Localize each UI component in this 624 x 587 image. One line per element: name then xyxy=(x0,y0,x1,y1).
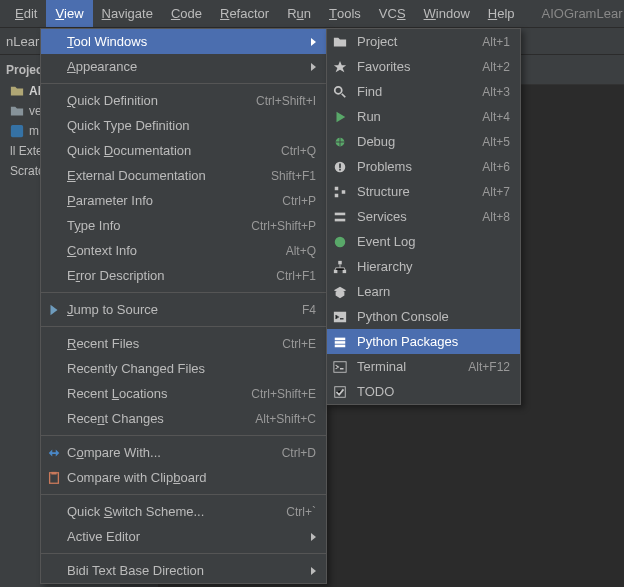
menu-edit[interactable]: Edit xyxy=(6,0,46,27)
menu-run[interactable]: Run xyxy=(278,0,320,27)
submenu-item-python-packages[interactable]: Python Packages xyxy=(327,329,520,354)
svg-rect-12 xyxy=(335,218,346,221)
submenu-item-event-log[interactable]: Event Log xyxy=(327,229,520,254)
hierarchy-icon xyxy=(332,259,348,275)
submenu-item-find[interactable]: FindAlt+3 xyxy=(327,79,520,104)
svg-rect-8 xyxy=(335,186,339,190)
tool-windows-submenu: ProjectAlt+1FavoritesAlt+2FindAlt+3RunAl… xyxy=(326,28,521,405)
svg-rect-19 xyxy=(335,341,346,344)
menu-refactor[interactable]: Refactor xyxy=(211,0,278,27)
svg-rect-0 xyxy=(11,125,23,137)
menu-item-quick-definition[interactable]: Quick DefinitionCtrl+Shift+I xyxy=(41,88,326,113)
svg-point-13 xyxy=(335,236,346,247)
folder-icon xyxy=(10,104,24,118)
menu-item-quick-type-definition[interactable]: Quick Type Definition xyxy=(41,113,326,138)
breadcrumb[interactable]: nLearr xyxy=(6,34,44,49)
menu-item-type-info[interactable]: Type InfoCtrl+Shift+P xyxy=(41,213,326,238)
problems-icon xyxy=(332,159,348,175)
debug-icon xyxy=(332,134,348,150)
window-title: AIOGramLear xyxy=(542,6,623,21)
menu-item-context-info[interactable]: Context InfoAlt+Q xyxy=(41,238,326,263)
menu-navigate[interactable]: Navigate xyxy=(93,0,162,27)
submenu-item-project[interactable]: ProjectAlt+1 xyxy=(327,29,520,54)
menu-view[interactable]: View xyxy=(46,0,92,27)
menu-item-error-description[interactable]: Error DescriptionCtrl+F1 xyxy=(41,263,326,288)
menu-tools[interactable]: Tools xyxy=(320,0,370,27)
menu-vcs[interactable]: VCS xyxy=(370,0,415,27)
submenu-item-learn[interactable]: Learn xyxy=(327,279,520,304)
submenu-item-problems[interactable]: ProblemsAlt+6 xyxy=(327,154,520,179)
menu-item-parameter-info[interactable]: Parameter InfoCtrl+P xyxy=(41,188,326,213)
submenu-item-services[interactable]: ServicesAlt+8 xyxy=(327,204,520,229)
submenu-item-favorites[interactable]: FavoritesAlt+2 xyxy=(327,54,520,79)
menu-item-external-documentation[interactable]: External DocumentationShift+F1 xyxy=(41,163,326,188)
submenu-item-todo[interactable]: TODO xyxy=(327,379,520,404)
submenu-item-python-console[interactable]: Python Console xyxy=(327,304,520,329)
menu-item-tool-windows[interactable]: Tool Windows xyxy=(41,29,326,54)
svg-rect-2 xyxy=(51,471,56,474)
services-icon xyxy=(332,209,348,225)
svg-point-3 xyxy=(335,86,342,93)
star-icon xyxy=(332,59,348,75)
menu-item-jump-to-source[interactable]: Jump to SourceF4 xyxy=(41,297,326,322)
svg-rect-6 xyxy=(339,163,341,167)
menu-window[interactable]: Window xyxy=(415,0,479,27)
svg-rect-16 xyxy=(343,269,347,273)
submenu-item-terminal[interactable]: TerminalAlt+F12 xyxy=(327,354,520,379)
structure-icon xyxy=(332,184,348,200)
clipboard-icon xyxy=(46,470,62,486)
submenu-item-run[interactable]: RunAlt+4 xyxy=(327,104,520,129)
compare-icon xyxy=(46,445,62,461)
menu-code[interactable]: Code xyxy=(162,0,211,27)
menu-item-quick-documentation[interactable]: Quick DocumentationCtrl+Q xyxy=(41,138,326,163)
menu-item-recent-files[interactable]: Recent FilesCtrl+E xyxy=(41,331,326,356)
submenu-item-debug[interactable]: DebugAlt+5 xyxy=(327,129,520,154)
svg-rect-20 xyxy=(335,344,346,347)
learn-icon xyxy=(332,284,348,300)
menu-item-quick-switch-scheme-[interactable]: Quick Switch Scheme...Ctrl+` xyxy=(41,499,326,524)
menu-item-compare-with-[interactable]: Compare With...Ctrl+D xyxy=(41,440,326,465)
pyconsole-icon xyxy=(332,309,348,325)
eventlog-icon xyxy=(332,234,348,250)
search-icon xyxy=(332,84,348,100)
menu-item-active-editor[interactable]: Active Editor xyxy=(41,524,326,549)
svg-rect-10 xyxy=(342,190,346,194)
todo-icon xyxy=(332,384,348,400)
jump-icon xyxy=(46,302,62,318)
terminal-icon xyxy=(332,359,348,375)
svg-rect-7 xyxy=(339,168,341,170)
view-menu-dropdown: Tool WindowsAppearanceQuick DefinitionCt… xyxy=(40,28,327,584)
submenu-item-structure[interactable]: StructureAlt+7 xyxy=(327,179,520,204)
svg-rect-11 xyxy=(335,212,346,215)
svg-rect-18 xyxy=(335,337,346,340)
folder-icon xyxy=(10,84,24,98)
svg-rect-15 xyxy=(334,269,338,273)
menu-item-bidi-text-base-direction[interactable]: Bidi Text Base Direction xyxy=(41,558,326,583)
python-file-icon xyxy=(10,124,24,138)
project-icon xyxy=(332,34,348,50)
run-icon xyxy=(332,109,348,125)
menu-item-compare-with-clipboard[interactable]: Compare with Clipboard xyxy=(41,465,326,490)
menu-item-recently-changed-files[interactable]: Recently Changed Files xyxy=(41,356,326,381)
menubar: Edit View Navigate Code Refactor Run Too… xyxy=(0,0,624,28)
svg-rect-14 xyxy=(338,260,342,264)
menu-help[interactable]: Help xyxy=(479,0,524,27)
packages-icon xyxy=(332,334,348,350)
menu-item-appearance[interactable]: Appearance xyxy=(41,54,326,79)
menu-item-recent-changes[interactable]: Recent ChangesAlt+Shift+C xyxy=(41,406,326,431)
menu-item-recent-locations[interactable]: Recent LocationsCtrl+Shift+E xyxy=(41,381,326,406)
svg-rect-9 xyxy=(335,193,339,197)
submenu-item-hierarchy[interactable]: Hierarchy xyxy=(327,254,520,279)
